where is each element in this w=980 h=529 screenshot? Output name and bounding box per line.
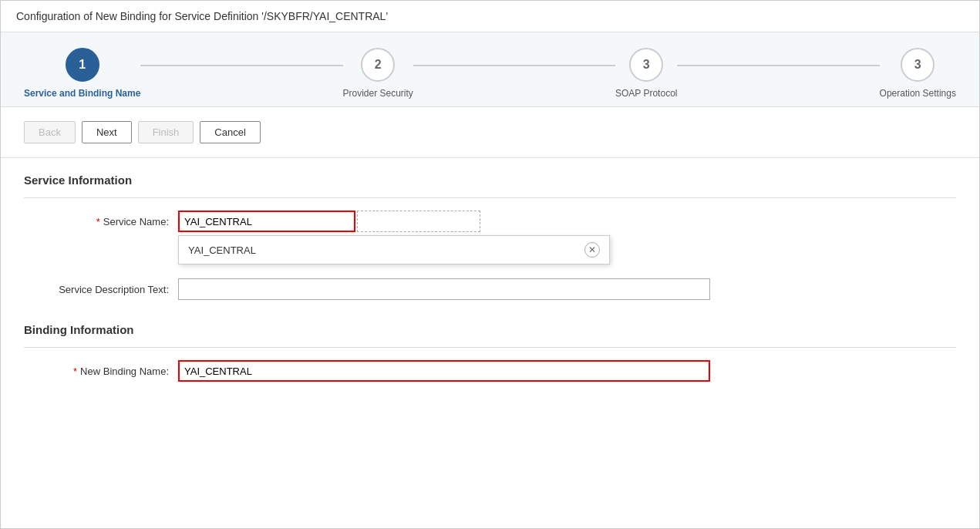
- stepper-area: 1 Service and Binding Name 2 Provider Se…: [1, 32, 979, 107]
- service-desc-input[interactable]: [178, 278, 710, 300]
- connector-3: [677, 65, 879, 66]
- step-4-label: Operation Settings: [880, 88, 956, 99]
- service-name-extra-input[interactable]: [357, 211, 480, 232]
- service-name-row: *Service Name: YAI_CENTRAL ✕: [24, 211, 956, 232]
- clear-button[interactable]: ✕: [584, 242, 600, 258]
- step-2[interactable]: 2 Provider Security: [343, 48, 413, 99]
- step-2-circle: 2: [361, 48, 395, 82]
- service-desc-row: Service Description Text:: [24, 278, 956, 300]
- step-3-circle: 3: [629, 48, 663, 82]
- binding-divider: [24, 347, 956, 348]
- next-button[interactable]: Next: [82, 121, 132, 143]
- main-window: Configuration of New Binding for Service…: [0, 0, 980, 529]
- binding-info-title: Binding Information: [24, 323, 956, 336]
- step-4[interactable]: 3 Operation Settings: [880, 48, 956, 99]
- dropdown-item-text: YAI_CENTRAL: [188, 244, 256, 256]
- content-area: Service Information *Service Name: YAI_C…: [1, 158, 979, 408]
- step-1-label: Service and Binding Name: [24, 88, 140, 99]
- binding-name-input[interactable]: [178, 360, 710, 382]
- service-name-dropdown: YAI_CENTRAL ✕: [178, 235, 610, 264]
- finish-button[interactable]: Finish: [138, 121, 194, 143]
- step-3-label: SOAP Protocol: [615, 88, 677, 99]
- connector-2: [413, 65, 615, 66]
- step-1-circle: 1: [66, 48, 99, 82]
- service-name-label: *Service Name:: [24, 216, 178, 227]
- cancel-button[interactable]: Cancel: [200, 121, 260, 143]
- binding-info-section: Binding Information *New Binding Name:: [24, 323, 956, 382]
- required-star-2: *: [73, 366, 77, 377]
- window-title: Configuration of New Binding for Service…: [16, 10, 388, 22]
- step-4-circle: 3: [901, 48, 935, 82]
- required-star-1: *: [96, 216, 100, 227]
- binding-name-label: *New Binding Name:: [24, 366, 178, 377]
- service-info-title: Service Information: [24, 174, 956, 187]
- step-2-label: Provider Security: [343, 88, 413, 99]
- step-3[interactable]: 3 SOAP Protocol: [615, 48, 677, 99]
- buttons-area: Back Next Finish Cancel: [1, 107, 979, 158]
- service-name-container: YAI_CENTRAL ✕: [178, 211, 480, 232]
- step-1[interactable]: 1 Service and Binding Name: [24, 48, 140, 99]
- connector-1: [140, 65, 342, 66]
- service-name-inputs: [178, 211, 480, 232]
- service-name-input[interactable]: [178, 211, 355, 232]
- title-bar: Configuration of New Binding for Service…: [1, 1, 979, 32]
- service-desc-label: Service Description Text:: [24, 284, 178, 295]
- back-button[interactable]: Back: [24, 121, 76, 143]
- stepper: 1 Service and Binding Name 2 Provider Se…: [24, 48, 956, 99]
- dropdown-item-1[interactable]: YAI_CENTRAL ✕: [179, 236, 609, 264]
- service-divider: [24, 197, 956, 198]
- binding-name-row: *New Binding Name:: [24, 360, 956, 382]
